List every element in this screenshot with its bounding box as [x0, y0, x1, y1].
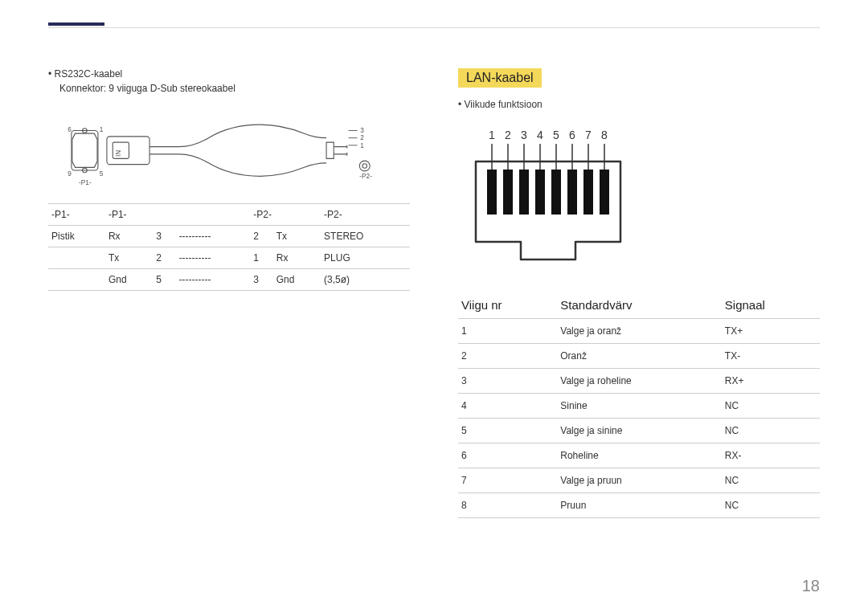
pin-label: 6 [569, 129, 575, 141]
table-head-row: Viigu nr Standardvärv Signaal [458, 292, 820, 319]
pin-label: 1 [489, 129, 495, 141]
th: Standardvärv [557, 292, 722, 319]
header-rule [48, 27, 820, 28]
rs232-pin-table: -P1- -P1- -P2- -P2- Pistik Rx 3 --------… [48, 203, 410, 291]
table-row: 5Valge ja sinineNC [458, 419, 820, 443]
svg-rect-23 [567, 170, 577, 215]
rs232-bullet: RS232C-kaabel [48, 68, 410, 80]
table-row: 8PruunNC [458, 493, 820, 518]
svg-rect-0 [72, 131, 98, 171]
tip-3: 3 [360, 127, 364, 134]
pin-label: 3 [521, 129, 527, 141]
table-row: 7Valge ja pruunNC [458, 468, 820, 493]
p2-label: -P2- [359, 173, 372, 180]
svg-rect-25 [600, 170, 609, 215]
pin-6: 6 [68, 126, 72, 133]
th: -P1- [48, 204, 105, 226]
pin-label: 2 [505, 129, 511, 141]
table-row: 4SinineNC [458, 394, 820, 419]
th: Viigu nr [458, 292, 557, 319]
page-number: 18 [802, 577, 820, 595]
svg-rect-3 [107, 137, 149, 165]
th: -P1- [105, 204, 176, 226]
th: -P2- [321, 204, 410, 226]
table-row: Pistik Rx 3 ---------- 2 Tx STEREO [48, 226, 410, 247]
svg-rect-21 [535, 170, 545, 215]
lan-diagram: 1 2 3 4 5 6 7 8 [458, 121, 667, 274]
svg-point-6 [362, 164, 367, 169]
left-column: RS232C-kaabel Konnektor: 9 viiguga D-Sub… [48, 68, 410, 518]
rs232-subline: Konnektor: 9 viiguga D-Sub stereokaabel [59, 83, 410, 94]
lan-section-title: LAN-kaabel [458, 68, 542, 88]
pin-label: 7 [585, 129, 592, 141]
in-label: IN [115, 150, 122, 157]
svg-rect-19 [503, 170, 513, 215]
pin-label: 5 [553, 129, 559, 141]
table-row: 2OranžTX- [458, 344, 820, 369]
table-head-row: -P1- -P1- -P2- -P2- [48, 204, 410, 226]
svg-rect-24 [583, 170, 593, 215]
tip-2: 2 [360, 134, 364, 141]
rs232-diagram: IN 6 1 9 5 -P1- 3 2 1 [48, 108, 394, 197]
p1-label: -P1- [79, 179, 92, 186]
th [176, 204, 251, 226]
pin-1: 1 [100, 126, 104, 133]
svg-rect-18 [487, 170, 497, 215]
header-accent [48, 22, 104, 26]
svg-rect-20 [519, 170, 529, 215]
pin-9: 9 [68, 170, 72, 178]
table-row: 3Valge ja rohelineRX+ [458, 369, 820, 394]
table-row: Tx 2 ---------- 1 Rx PLUG [48, 247, 410, 269]
lan-bullet: Viikude funktsioon [458, 99, 820, 110]
lan-pin-table: Viigu nr Standardvärv Signaal 1Valge ja … [458, 292, 820, 518]
pin-5: 5 [100, 170, 104, 178]
table-row: Gnd 5 ---------- 3 Gnd (3,5ø) [48, 269, 410, 291]
th: Signaal [722, 292, 820, 319]
th: -P2- [250, 204, 321, 226]
pin-label: 8 [601, 129, 608, 141]
tip-1: 1 [360, 142, 364, 149]
pin-label: 4 [537, 129, 543, 141]
right-column: LAN-kaabel Viikude funktsioon 1 2 3 4 5 … [458, 68, 820, 518]
table-row: 1Valge ja oranžTX+ [458, 319, 820, 344]
table-row: 6RohelineRX- [458, 443, 820, 468]
svg-rect-22 [551, 170, 561, 215]
svg-point-5 [359, 161, 370, 171]
